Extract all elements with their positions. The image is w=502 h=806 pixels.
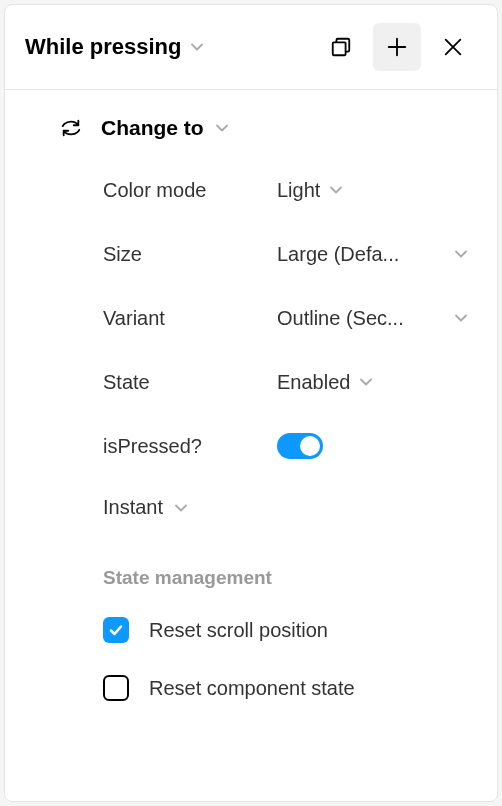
- chevron-down-icon: [360, 376, 372, 388]
- prop-label: State: [103, 371, 277, 394]
- prop-label: Color mode: [103, 179, 277, 202]
- size-dropdown[interactable]: Large (Defa...: [277, 243, 477, 266]
- animation-label: Instant: [103, 496, 163, 519]
- checkbox-label: Reset component state: [149, 677, 355, 700]
- prop-value: Enabled: [277, 371, 350, 394]
- plus-icon: [386, 36, 408, 58]
- chevron-down-icon: [191, 41, 203, 53]
- panel-content: Change to Color mode Light Size Large (D…: [5, 90, 497, 759]
- chevron-down-icon: [330, 184, 342, 196]
- prop-value: Outline (Sec...: [277, 307, 404, 330]
- reset-scroll-checkbox[interactable]: [103, 617, 129, 643]
- action-header: Change to: [25, 116, 477, 140]
- close-icon: [442, 36, 464, 58]
- trigger-title: While pressing: [25, 34, 181, 60]
- prop-state: State Enabled: [25, 368, 477, 396]
- check-icon: [108, 622, 124, 638]
- trigger-dropdown[interactable]: While pressing: [25, 34, 317, 60]
- prop-color-mode: Color mode Light: [25, 176, 477, 204]
- checkbox-label: Reset scroll position: [149, 619, 328, 642]
- panel-header: While pressing: [5, 5, 497, 90]
- reset-component-checkbox[interactable]: [103, 675, 129, 701]
- add-button[interactable]: [373, 23, 421, 71]
- color-mode-dropdown[interactable]: Light: [277, 179, 477, 202]
- change-to-icon: [59, 116, 83, 140]
- chevron-down-icon: [216, 122, 228, 134]
- prop-label: Size: [103, 243, 277, 266]
- svg-rect-0: [333, 42, 346, 55]
- interaction-panel: While pressing: [4, 4, 498, 802]
- prop-value: Light: [277, 179, 320, 202]
- state-management-section-label: State management: [25, 567, 477, 589]
- state-dropdown[interactable]: Enabled: [277, 371, 477, 394]
- duplicate-icon: [330, 36, 352, 58]
- reset-component-row[interactable]: Reset component state: [25, 675, 477, 701]
- prop-size: Size Large (Defa...: [25, 240, 477, 268]
- chevron-down-icon: [175, 502, 187, 514]
- prop-label: isPressed?: [103, 435, 277, 458]
- prop-variant: Variant Outline (Sec...: [25, 304, 477, 332]
- chevron-down-icon: [455, 312, 467, 324]
- action-dropdown[interactable]: Change to: [25, 116, 228, 140]
- reset-scroll-row[interactable]: Reset scroll position: [25, 617, 477, 643]
- chevron-down-icon: [455, 248, 467, 260]
- close-button[interactable]: [429, 23, 477, 71]
- prop-is-pressed: isPressed?: [25, 432, 477, 460]
- duplicate-button[interactable]: [317, 23, 365, 71]
- prop-label: Variant: [103, 307, 277, 330]
- action-title: Change to: [101, 116, 204, 140]
- is-pressed-toggle[interactable]: [277, 433, 323, 459]
- variant-dropdown[interactable]: Outline (Sec...: [277, 307, 477, 330]
- animation-dropdown[interactable]: Instant: [25, 496, 477, 519]
- header-actions: [317, 23, 477, 71]
- prop-value: Large (Defa...: [277, 243, 399, 266]
- toggle-knob: [300, 436, 320, 456]
